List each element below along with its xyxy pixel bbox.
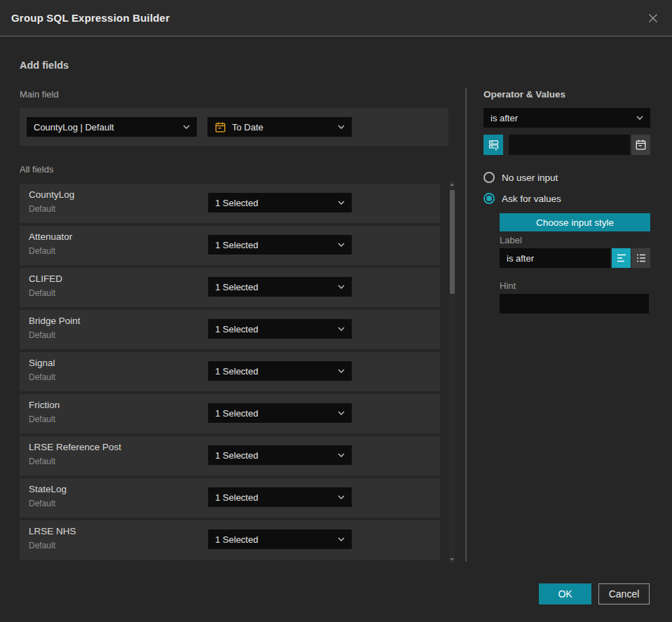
dialog-title: Group SQL Expression Builder [11, 12, 170, 24]
field-name: Signal [29, 358, 55, 368]
list-style-icon [636, 253, 647, 263]
field-selected-value: 1 Selected [215, 240, 334, 250]
chevron-down-icon [338, 327, 345, 331]
field-name: CountyLog [29, 189, 74, 200]
calendar-icon [214, 121, 226, 133]
cancel-button[interactable]: Cancel [598, 583, 650, 604]
field-selected-dropdown[interactable]: 1 Selected [208, 319, 352, 339]
main-field-select[interactable]: CountyLog | Default [27, 117, 197, 137]
date-field-select-value: To Date [232, 122, 334, 133]
chevron-down-icon [338, 495, 345, 499]
align-left-icon [616, 253, 627, 263]
chevron-down-icon [338, 369, 345, 373]
field-subtitle: Default [29, 330, 55, 340]
field-selected-dropdown[interactable]: 1 Selected [208, 193, 352, 212]
scroll-down-icon[interactable] [450, 558, 454, 561]
label-input[interactable] [500, 248, 610, 268]
field-selected-dropdown[interactable]: 1 Selected [208, 445, 352, 465]
close-button[interactable] [645, 11, 661, 26]
list-style-button[interactable] [631, 248, 650, 268]
field-subtitle: Default [29, 288, 55, 298]
choose-input-style-button[interactable]: Choose input style [500, 213, 650, 231]
list-scrollbar[interactable] [449, 180, 455, 564]
field-selected-value: 1 Selected [215, 198, 334, 208]
all-fields-list: CountyLog Default 1 Selected Attenuator … [20, 184, 440, 562]
main-field-heading: Main field [20, 89, 59, 100]
field-row: CountyLog Default 1 Selected [20, 184, 440, 223]
field-selected-dropdown[interactable]: 1 Selected [208, 529, 352, 549]
field-name: LRSE Reference Post [29, 442, 121, 452]
field-row: CLIFED Default 1 Selected [20, 268, 440, 307]
field-name: LRSE NHS [29, 526, 76, 536]
label-caption: Label [500, 235, 522, 245]
main-field-panel: CountyLog | Default To Date [20, 108, 448, 146]
radio-icon [484, 193, 495, 204]
chevron-down-icon [338, 411, 345, 415]
chevron-down-icon [338, 453, 345, 457]
chevron-down-icon [338, 243, 345, 247]
field-name: StateLog [29, 484, 67, 494]
field-selected-value: 1 Selected [215, 282, 334, 292]
field-row: Signal Default 1 Selected [20, 352, 440, 391]
field-row: LRSE Reference Post Default 1 Selected [20, 436, 440, 475]
operator-select-value: is after [491, 113, 632, 123]
field-selected-dropdown[interactable]: 1 Selected [208, 487, 352, 507]
close-icon [647, 12, 659, 25]
add-fields-heading: Add fields [20, 60, 69, 71]
value-input[interactable] [509, 135, 630, 155]
chevron-down-icon [338, 125, 345, 129]
field-name: Friction [29, 400, 60, 410]
radio-label: Ask for values [502, 194, 561, 204]
field-subtitle: Default [29, 541, 55, 550]
field-subtitle: Default [29, 457, 55, 466]
field-subtitle: Default [29, 414, 55, 424]
main-field-select-value: CountyLog | Default [34, 122, 179, 133]
date-field-select[interactable]: To Date [207, 117, 352, 137]
field-row: LRSE NHS Default 1 Selected [20, 520, 440, 560]
field-selected-value: 1 Selected [215, 450, 334, 461]
chevron-down-icon [338, 537, 345, 541]
chevron-down-icon [338, 201, 345, 205]
field-selected-dropdown[interactable]: 1 Selected [208, 277, 352, 297]
label-input-row [500, 248, 650, 268]
field-row: Attenuator Default 1 Selected [20, 226, 440, 265]
single-line-style-button[interactable] [612, 248, 631, 268]
all-fields-heading: All fields [20, 164, 53, 175]
field-selected-value: 1 Selected [215, 408, 334, 419]
date-picker-button[interactable] [631, 135, 650, 155]
field-selected-dropdown[interactable]: 1 Selected [208, 235, 352, 255]
calendar-picker-icon [635, 139, 647, 151]
field-selected-value: 1 Selected [215, 324, 334, 334]
field-name: Attenuator [29, 231, 72, 242]
group-sql-expression-builder-dialog: Group SQL Expression Builder Add fields … [0, 0, 672, 622]
field-selected-value: 1 Selected [215, 492, 334, 503]
field-selected-dropdown[interactable]: 1 Selected [208, 403, 352, 423]
hint-input[interactable] [500, 294, 649, 313]
radio-no-user-input[interactable]: No user input [484, 172, 558, 183]
chevron-down-icon [183, 125, 190, 129]
field-subtitle: Default [29, 204, 55, 214]
value-type-button[interactable] [484, 135, 503, 155]
scrollbar-thumb[interactable] [450, 190, 455, 294]
ok-button[interactable]: OK [539, 583, 591, 604]
radio-icon [484, 172, 495, 183]
field-row: Bridge Point Default 1 Selected [20, 310, 440, 349]
field-name: Bridge Point [29, 316, 81, 326]
radio-label: No user input [502, 173, 558, 183]
radio-ask-for-values[interactable]: Ask for values [484, 193, 561, 204]
field-subtitle: Default [29, 372, 55, 382]
field-selected-value: 1 Selected [215, 534, 334, 545]
field-selected-value: 1 Selected [215, 366, 334, 377]
field-selected-dropdown[interactable]: 1 Selected [208, 361, 352, 381]
scroll-up-icon[interactable] [450, 183, 454, 186]
operator-select[interactable]: is after [484, 108, 650, 128]
panel-divider [465, 88, 467, 562]
chevron-down-icon [636, 116, 643, 120]
operator-values-heading: Operator & Values [484, 89, 565, 100]
field-name: CLIFED [29, 273, 62, 284]
chevron-down-icon [338, 285, 345, 289]
hint-caption: Hint [500, 280, 516, 291]
field-subtitle: Default [29, 499, 55, 508]
dialog-header: Group SQL Expression Builder [0, 0, 672, 36]
value-input-row [484, 135, 650, 155]
